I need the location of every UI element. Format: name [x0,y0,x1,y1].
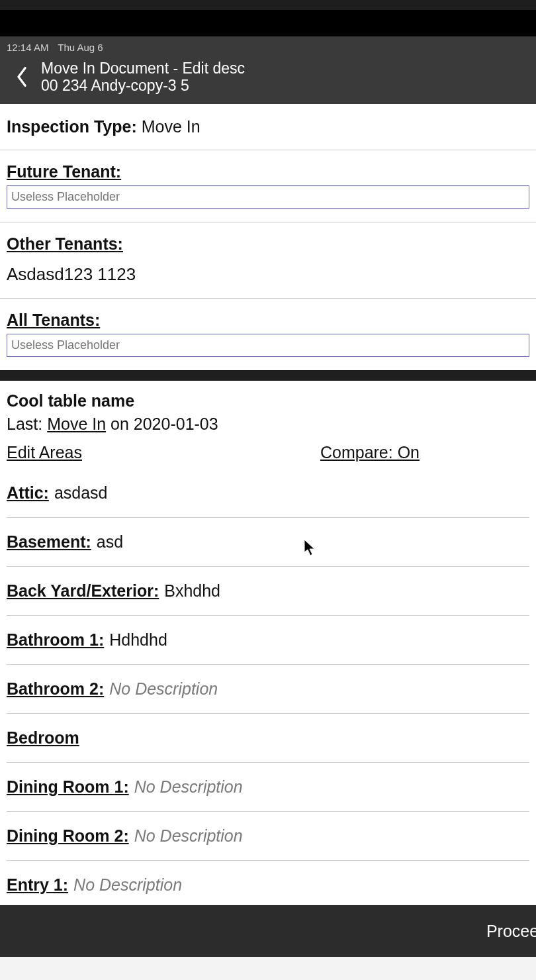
area-description: Bxhdhd [164,581,220,601]
area-row[interactable]: Bathroom 2:No Description [7,665,529,714]
page-title: Move In Document - Edit desc 00 234 Andy… [41,60,245,95]
future-tenant-label: Future Tenant: [7,162,529,181]
app-header: 12:14 AM Thu Aug 6 Move In Document - Ed… [0,36,536,104]
area-description: Hdhdhd [109,630,167,650]
area-name: Back Yard/Exterior: [7,581,159,601]
area-name: Dining Room 1: [7,777,129,797]
other-tenants-value: Asdasd123 1123 [7,258,529,285]
main-content: Inspection Type: Move In Future Tenant: … [0,104,536,935]
edit-areas-link[interactable]: Edit Areas [7,443,82,462]
area-row[interactable]: Dining Room 2:No Description [7,812,529,861]
status-date: Thu Aug 6 [58,42,103,53]
area-name: Bedroom [7,728,79,748]
areas-last-on: on 2020-01-03 [106,415,218,433]
areas-table-header: Cool table name Last: Move In on 2020-01… [0,381,536,443]
area-row[interactable]: Entry 1:No Description [7,861,529,910]
areas-last-type-link[interactable]: Move In [47,415,106,433]
future-tenant-block: Future Tenant: [0,150,536,222]
all-tenants-block: All Tenants: [0,299,536,370]
editor-tab-strip [0,0,536,10]
other-tenants-label: Other Tenants: [7,234,529,254]
area-name: Bathroom 1: [7,630,104,650]
area-description: asdasd [54,483,108,503]
area-description: asd [97,532,123,552]
proceed-button[interactable]: Proceed [486,922,536,941]
area-row[interactable]: Bathroom 1:Hdhdhd [7,616,529,665]
inspection-type-row: Inspection Type: Move In [0,104,536,150]
page-title-line1: Move In Document - Edit desc [41,60,245,77]
spacer [82,443,320,462]
footer-bar: Proceed [0,905,536,957]
back-button[interactable] [7,62,37,92]
inspection-type-value: Move In [142,117,201,136]
future-tenant-input[interactable] [7,185,529,209]
area-name: Bathroom 2: [7,679,104,699]
simulator-chrome [0,10,536,36]
area-name: Entry 1: [7,875,68,895]
all-tenants-input[interactable] [7,334,529,357]
area-name: Basement: [7,532,91,552]
page-title-line2: 00 234 Andy-copy-3 5 [41,77,245,94]
area-row[interactable]: Dining Room 1:No Description [7,763,529,812]
area-name: Attic: [7,483,49,503]
chevron-left-icon [15,66,28,88]
area-description: No Description [134,777,243,797]
areas-table-title: Cool table name [7,391,529,411]
status-bar: 12:14 AM Thu Aug 6 [7,42,529,53]
areas-last-line: Last: Move In on 2020-01-03 [7,415,529,434]
area-row[interactable]: Basement:asd [7,518,529,567]
areas-last-prefix: Last: [7,415,47,433]
area-row[interactable]: Bedroom [7,714,529,763]
areas-list: Attic:asdasdBasement:asdBack Yard/Exteri… [0,469,536,910]
status-time: 12:14 AM [7,42,48,53]
other-tenants-block: Other Tenants: Asdasd123 1123 [0,222,536,299]
area-description: No Description [73,875,182,895]
all-tenants-label: All Tenants: [7,311,529,330]
area-name: Dining Room 2: [7,826,129,846]
area-description: No Description [134,826,243,846]
compare-toggle-link[interactable]: Compare: On [320,443,420,462]
inspection-type-label: Inspection Type: [7,117,137,136]
area-description: No Description [109,679,218,699]
area-row[interactable]: Attic:asdasd [7,469,529,518]
areas-actions-row: Edit Areas Compare: On [0,443,536,469]
section-separator [0,370,536,381]
simulator-bottom [0,957,536,980]
area-row[interactable]: Back Yard/Exterior:Bxhdhd [7,567,529,616]
